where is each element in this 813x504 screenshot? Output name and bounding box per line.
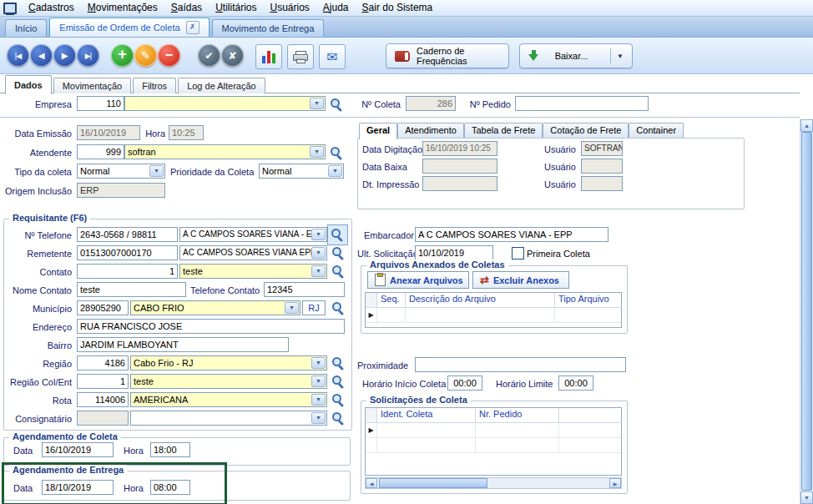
solicitacoes-horizontal-scrollbar[interactable] (365, 477, 622, 489)
primeira-coleta-checkbox[interactable] (512, 247, 524, 260)
scroll-right-icon[interactable] (609, 478, 621, 488)
tab-movimento-de-entrega[interactable]: Movimento de Entrega (212, 19, 325, 37)
dropdown-arrow-icon[interactable] (328, 165, 342, 177)
telefone-contato-field[interactable]: 12345 (264, 282, 345, 297)
nav-previous-button[interactable] (30, 44, 53, 67)
scrollbar-thumb[interactable] (801, 132, 812, 491)
print-button[interactable] (287, 44, 314, 69)
dropdown-arrow-icon[interactable] (311, 375, 326, 387)
caderno-de-frequencias-button[interactable]: Caderno de Frequências (386, 43, 509, 68)
remetente-combo[interactable]: AC CAMPOS SOARES VIANA EPP (179, 245, 327, 260)
dropdown-arrow-icon[interactable] (311, 265, 326, 277)
tab-emissao-de-ordem-de-coleta[interactable]: Emissão de Ordem de Coleta (49, 18, 209, 37)
agendamento-entrega-data-field[interactable]: 18/10/2019 (42, 480, 114, 495)
empresa-combo[interactable] (124, 96, 326, 111)
tab-tabela-de-frete[interactable]: Tabela de Frete (464, 123, 543, 138)
tab-atendimento[interactable]: Atendimento (397, 123, 464, 138)
delete-record-button[interactable] (158, 44, 180, 67)
horario-limite-field[interactable]: 00:00 (558, 375, 593, 391)
rota-code-field[interactable]: 114006 (77, 392, 129, 407)
close-icon[interactable] (186, 21, 199, 34)
vertical-scrollbar[interactable] (800, 119, 813, 504)
regiao-search-icon[interactable] (331, 355, 345, 370)
atendente-code-field[interactable]: 999 (77, 144, 124, 159)
tab-filtros[interactable]: Filtros (133, 78, 176, 93)
menu-utilitarios[interactable]: Utilitários (209, 0, 263, 16)
consignatario-search-icon[interactable] (331, 411, 345, 425)
scrollbar-thumb[interactable] (379, 478, 487, 488)
edit-record-button[interactable] (134, 44, 157, 67)
anexos-grid-row[interactable] (366, 308, 621, 323)
tab-container[interactable]: Container (629, 123, 684, 138)
municipio-search-icon[interactable] (331, 300, 345, 315)
cancel-button[interactable] (221, 44, 244, 67)
municipio-combo[interactable]: CABO FRIO (130, 300, 300, 315)
contato-search-icon[interactable] (331, 264, 345, 278)
chevron-down-icon[interactable] (610, 48, 624, 63)
tab-log-de-alteracao[interactable]: Log de Alteração (178, 78, 265, 93)
contato-combo[interactable]: teste (179, 264, 327, 279)
remetente-search-icon[interactable] (331, 245, 345, 260)
remetente-cnpj-field[interactable]: 01513007000170 (77, 245, 178, 260)
scroll-up-icon[interactable] (800, 119, 813, 132)
atendente-search-icon[interactable] (329, 145, 343, 159)
dropdown-arrow-icon[interactable] (311, 247, 326, 259)
dropdown-arrow-icon[interactable] (310, 146, 324, 158)
nome-contato-field[interactable]: teste (77, 282, 186, 297)
excluir-anexos-button[interactable]: Excluir Anexos (472, 271, 569, 289)
bairro-field[interactable]: JARDIM FLAMBOYANT (77, 337, 289, 352)
nav-next-button[interactable] (53, 44, 76, 67)
regiao-col-ent-combo[interactable]: teste (130, 374, 327, 389)
tipo-coleta-combo[interactable]: Normal (77, 164, 165, 179)
solicitacoes-grid[interactable]: Ident. Coleta Nr. Pedido (365, 407, 622, 476)
horario-inicio-coleta-field[interactable]: 00:00 (447, 375, 482, 391)
solicitacoes-grid-row[interactable] (366, 423, 621, 438)
menu-sair-do-sistema[interactable]: Sair do Sistema (356, 0, 440, 16)
regiao-code-field[interactable]: 4186 (77, 355, 129, 370)
regiao-col-ent-code-field[interactable]: 1 (77, 374, 129, 389)
tab-geral[interactable]: Geral (359, 123, 397, 139)
dropdown-arrow-icon[interactable] (149, 165, 164, 177)
rota-search-icon[interactable] (331, 392, 345, 406)
menu-saidas[interactable]: Saídas (164, 0, 209, 16)
prioridade-combo[interactable]: Normal (259, 164, 344, 179)
nav-first-button[interactable] (7, 44, 29, 67)
ult-solicitacao-field[interactable]: 10/10/2019 (415, 245, 493, 260)
tab-dados[interactable]: Dados (5, 75, 52, 94)
dropdown-arrow-icon[interactable] (311, 394, 326, 406)
anexos-grid[interactable]: Seq. Descrição do Arquivo Tipo Arquivo (365, 292, 622, 328)
agendamento-coleta-data-field[interactable]: 16/10/2019 (42, 442, 114, 457)
agendamento-entrega-hora-field[interactable]: 08:00 (150, 480, 190, 495)
tab-cotacao-de-frete[interactable]: Cotação de Frete (543, 123, 629, 138)
agendamento-coleta-hora-field[interactable]: 18:00 (150, 442, 190, 457)
dropdown-arrow-icon[interactable] (285, 302, 299, 314)
rota-combo[interactable]: AMERICANA (130, 392, 327, 407)
menu-cadastros[interactable]: Cadastros (22, 0, 81, 16)
telefone-field[interactable]: 2643-0568 / 98811 (77, 227, 178, 242)
tab-movimentacao[interactable]: Movimentação (53, 78, 132, 93)
regiao-col-ent-search-icon[interactable] (331, 374, 345, 388)
regiao-combo[interactable]: Cabo Frio - RJ (130, 355, 327, 370)
cliente-search-icon[interactable] (330, 227, 344, 241)
send-button[interactable] (319, 44, 346, 69)
tab-inicio[interactable]: Início (5, 19, 47, 37)
dropdown-arrow-icon[interactable] (311, 357, 326, 369)
cliente-combo[interactable]: A C CAMPOS SOARES VIANA - EPP (179, 227, 327, 242)
consignatario-combo[interactable] (130, 411, 327, 426)
dropdown-arrow-icon[interactable] (311, 229, 326, 240)
atendente-combo[interactable]: softran (124, 144, 326, 159)
embarcador-field[interactable]: A C CAMPOS SOARES VIANA - EPP (415, 227, 608, 242)
confirm-button[interactable] (198, 44, 220, 67)
baixar-button[interactable]: Baixar... (519, 43, 633, 68)
contato-code-field[interactable]: 1 (77, 264, 178, 279)
add-record-button[interactable] (111, 44, 134, 67)
empresa-code-field[interactable]: 110 (77, 96, 124, 111)
anexar-arquivos-button[interactable]: Anexar Arquivos (367, 271, 469, 289)
chart-button[interactable] (255, 44, 282, 69)
npedido-field[interactable] (515, 96, 649, 111)
scroll-down-icon[interactable] (800, 491, 813, 504)
municipio-code-field[interactable]: 28905290 (77, 300, 129, 315)
menu-movimentacoes[interactable]: Movimentações (81, 0, 164, 16)
nav-last-button[interactable] (77, 44, 99, 67)
scroll-left-icon[interactable] (366, 478, 377, 488)
